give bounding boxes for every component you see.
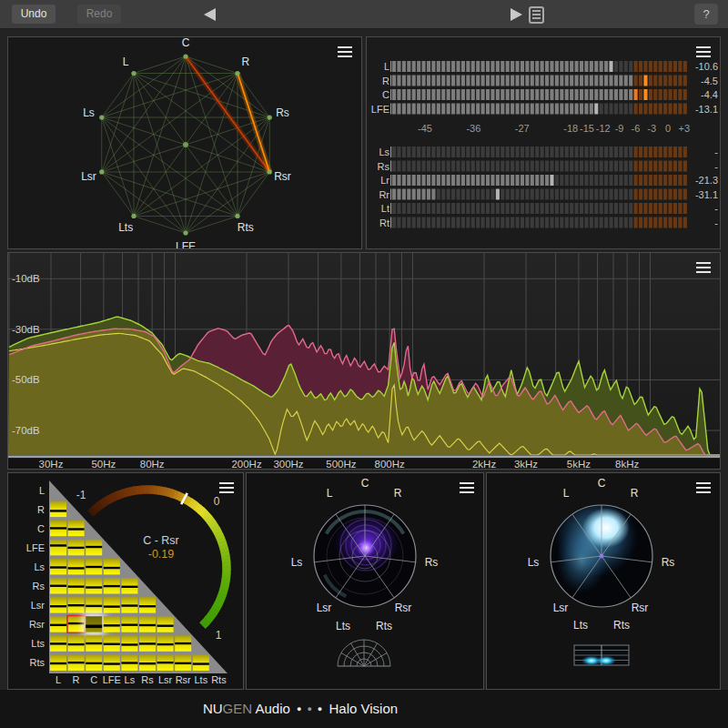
meter-segment [634, 147, 638, 157]
meter-segment [643, 189, 647, 200]
meter-segment [560, 217, 563, 228]
redo-button[interactable]: Redo [77, 5, 121, 24]
meter-segment [575, 175, 579, 186]
meter-segment [481, 147, 485, 157]
meter-segment [516, 161, 520, 172]
meter-segment [456, 89, 460, 100]
meter-segment [486, 76, 490, 86]
meter-segment [481, 89, 485, 100]
panel-menu-icon[interactable] [460, 482, 474, 493]
matrix-cell[interactable] [157, 616, 174, 632]
meter-segment [471, 175, 475, 186]
meter-segment [649, 76, 652, 86]
matrix-cell[interactable] [50, 540, 66, 556]
meter-segment [431, 203, 435, 214]
matrix-cell[interactable] [86, 578, 102, 594]
meter-segment [659, 189, 662, 200]
meter-segment [600, 175, 603, 186]
matrix-cell[interactable] [86, 616, 102, 632]
meter-segment [584, 76, 588, 86]
meter-segment [629, 217, 632, 228]
meter-channel-label: LFE [371, 104, 389, 115]
play-icon[interactable] [511, 8, 522, 21]
meter-segment [441, 147, 445, 157]
meter-segment [639, 175, 642, 186]
meter-segment [461, 76, 465, 86]
web-channel-label: LFE [176, 240, 196, 248]
meter-segment [417, 217, 420, 228]
matrix-cell[interactable] [50, 501, 66, 518]
meter-segment [590, 217, 593, 228]
meter-segment [427, 217, 430, 228]
meter-segment [669, 61, 672, 72]
meter-segment [624, 147, 628, 157]
panel-menu-icon[interactable] [696, 46, 711, 57]
help-button[interactable]: ? [694, 4, 718, 25]
meter-segment [422, 203, 426, 214]
correlation-gauge-arc [113, 496, 116, 498]
meter-segment [678, 189, 682, 200]
matrix-cell[interactable] [121, 635, 137, 652]
meter-channel-label: Ls [379, 147, 389, 157]
correlation-gauge-arc [220, 597, 222, 601]
meter-segment [653, 189, 657, 200]
meter-segment [629, 89, 632, 100]
matrix-cell[interactable] [104, 654, 120, 671]
panel-menu-icon[interactable] [338, 46, 352, 57]
meter-segment [437, 89, 440, 100]
meter-segment [673, 104, 677, 115]
meter-segment [663, 203, 667, 214]
meter-segment [600, 203, 603, 214]
meter-segment [397, 104, 400, 115]
meter-segment [619, 217, 622, 228]
meter-segment [461, 189, 465, 200]
meter-segment [673, 189, 677, 200]
meter-segment [535, 189, 539, 200]
panel-menu-icon[interactable] [696, 482, 711, 493]
correlation-gauge-arc [205, 621, 207, 623]
toolbar: Undo Redo ? [0, 0, 728, 29]
meter-segment [659, 147, 662, 157]
matrix-cell[interactable] [104, 559, 120, 575]
meter-segment [565, 89, 569, 100]
playlist-icon[interactable] [529, 6, 544, 24]
channel-node [131, 214, 136, 218]
meter-segment [456, 147, 460, 157]
meter-segment [500, 89, 504, 100]
meter-segment [486, 161, 490, 172]
meter-segment [500, 203, 504, 214]
meter-segment [609, 89, 612, 100]
panel-menu-icon[interactable] [219, 482, 234, 493]
matrix-cell[interactable] [193, 654, 209, 671]
matrix-cell[interactable] [139, 597, 156, 613]
meter-segment [437, 175, 440, 186]
matrix-cell[interactable] [104, 597, 120, 613]
meter-segment [516, 217, 520, 228]
meter-segment [663, 147, 667, 157]
spectrum-freq-label: 2kHz [472, 459, 496, 470]
meter-segment [392, 104, 396, 115]
matrix-cell[interactable] [104, 616, 120, 632]
meter-segment [555, 161, 559, 172]
meter-segment [496, 76, 500, 86]
scope-height-label: Lts [573, 619, 588, 632]
meter-segment [511, 161, 514, 172]
meter-segment [683, 61, 687, 72]
meter-segment [575, 189, 579, 200]
meter-segment [669, 147, 672, 157]
meter-scale-label: +3 [679, 123, 691, 134]
meter-segment [511, 189, 514, 200]
meter-segment [609, 161, 612, 172]
correlation-gauge-arc [167, 492, 171, 493]
meter-segment [431, 104, 435, 115]
undo-button[interactable]: Undo [12, 5, 56, 24]
scope-channel-label: Rs [662, 556, 675, 569]
meter-segment [580, 104, 583, 115]
skip-back-icon[interactable] [204, 8, 216, 21]
meter-segment [441, 189, 445, 200]
panel-menu-icon[interactable] [696, 262, 711, 273]
matrix-cell[interactable] [68, 559, 85, 575]
matrix-cell[interactable] [50, 597, 66, 613]
meter-scale-label: -12 [596, 123, 611, 134]
meter-segment [629, 175, 632, 186]
